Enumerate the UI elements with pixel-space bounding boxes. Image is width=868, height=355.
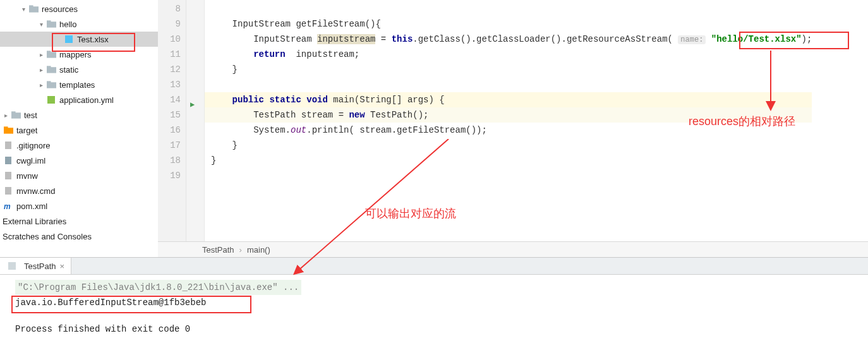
file-icon — [3, 171, 14, 180]
line-gutter[interactable]: 8 9 10 11 12 13 14 15 16 17 18 19 — [158, 0, 186, 241]
code-text: } — [211, 64, 238, 75]
code-line[interactable]: InputStream getFileStream(){ — [205, 16, 812, 32]
code-line[interactable]: return inputstream; — [205, 47, 812, 62]
tree-item-mvnw-cmd[interactable]: mvnw.cmd — [0, 183, 158, 198]
tree-label: resources — [42, 4, 78, 14]
line-number[interactable]: 11 — [158, 47, 186, 62]
code-text: TestPath stream = — [211, 110, 349, 120]
close-tab-icon[interactable]: × — [60, 262, 65, 271]
code-line[interactable]: TestPath stream = new TestPath(); — [205, 107, 812, 123]
tree-item-test[interactable]: ▸ test — [0, 107, 158, 123]
string-literal: "hello/Test.xlsx" — [711, 34, 802, 44]
svg-rect-3 — [47, 20, 51, 23]
code-area[interactable]: 8 9 10 11 12 13 14 15 16 17 18 19 ▶ — [158, 0, 868, 241]
file-icon — [3, 141, 14, 150]
tree-item-test-xlsx[interactable]: ▸ Test.xlsx — [0, 32, 158, 47]
run-tab[interactable]: TestPath × — [0, 258, 71, 274]
folder-icon — [28, 5, 39, 13]
line-number[interactable]: 16 — [158, 123, 186, 138]
line-number[interactable]: 17 — [158, 138, 186, 153]
code-text: System. — [211, 125, 291, 135]
tree-label: hello — [59, 20, 76, 29]
tree-item-gitignore[interactable]: .gitignore — [0, 138, 158, 153]
run-output[interactable]: "C:\Program Files\Java\jdk1.8.0_221\bin\… — [0, 275, 868, 340]
chevron-right-icon[interactable]: ▸ — [37, 66, 45, 73]
tree-item-external-libraries[interactable]: External Libraries — [0, 214, 158, 229]
target-folder-icon — [3, 126, 14, 134]
folder-icon — [45, 20, 57, 28]
code-text: } — [211, 155, 216, 165]
tree-label: mappers — [59, 50, 92, 59]
xlsx-file-icon — [63, 35, 75, 44]
code-line[interactable] — [205, 77, 812, 92]
code-text — [706, 34, 711, 44]
tree-label: cwgl.iml — [16, 156, 45, 165]
tree-label: mvnw — [16, 171, 38, 181]
code-line[interactable]: InputStream inputstream = this.getClass(… — [205, 32, 812, 47]
line-number[interactable]: 13 — [158, 77, 186, 92]
iml-file-icon — [3, 156, 14, 165]
tree-item-cwgl-iml[interactable]: cwgl.iml — [0, 153, 158, 168]
tree-item-templates[interactable]: ▸ templates — [0, 77, 158, 92]
code-line[interactable] — [205, 1, 812, 16]
tree-item-mvnw[interactable]: mvnw — [0, 168, 158, 183]
code-text: void — [306, 95, 328, 105]
tree-label: Scratches and Consoles — [3, 232, 92, 241]
spacer: ▸ — [37, 97, 45, 104]
code-line[interactable]: } — [205, 153, 812, 168]
code-line[interactable]: public static void main(String[] args) { — [205, 92, 812, 107]
tree-item-resources[interactable]: ▾ resources — [0, 1, 158, 16]
svg-rect-4 — [65, 35, 73, 43]
svg-rect-1 — [29, 5, 33, 8]
run-tabs: TestPath × — [0, 258, 868, 275]
code-text: this — [392, 34, 413, 44]
code-text: .getClass().getClassLoader().getResource… — [413, 34, 678, 44]
output-line: java.io.BufferedInputStream@1fb3ebeb — [15, 298, 206, 308]
code-text: inputstream — [317, 34, 375, 44]
line-number[interactable]: 12 — [158, 62, 186, 77]
spacer: ▸ — [54, 36, 63, 43]
code-line[interactable]: } — [205, 62, 812, 77]
tree-label: target — [16, 126, 37, 135]
run-main-icon[interactable]: ▶ — [190, 100, 195, 109]
code-line[interactable] — [205, 168, 812, 183]
chevron-down-icon[interactable]: ▾ — [37, 21, 45, 28]
param-hint: name: — [678, 35, 706, 44]
line-number[interactable]: 18 — [158, 153, 186, 168]
line-number[interactable]: 14 — [158, 92, 186, 107]
code-content[interactable]: InputStream getFileStream(){ InputStream… — [205, 0, 812, 241]
code-editor: 8 9 10 11 12 13 14 15 16 17 18 19 ▶ — [158, 0, 868, 257]
line-number[interactable]: 8 — [158, 1, 186, 16]
line-number[interactable]: 9 — [158, 16, 186, 32]
chevron-right-icon[interactable]: ▸ — [37, 51, 45, 58]
svg-rect-16 — [5, 141, 11, 149]
svg-rect-6 — [47, 51, 51, 53]
folder-icon — [45, 51, 57, 58]
chevron-down-icon[interactable]: ▾ — [19, 6, 28, 13]
line-number[interactable]: 15 — [158, 107, 186, 123]
tree-item-application-yml[interactable]: ▸ application.yml — [0, 92, 158, 107]
code-text — [211, 95, 232, 105]
line-number[interactable]: 19 — [158, 168, 186, 183]
svg-rect-15 — [4, 126, 8, 129]
tree-label: templates — [59, 80, 95, 90]
tree-item-pom-xml[interactable]: m pom.xml — [0, 198, 158, 214]
code-line[interactable]: System.out.println( stream.getFileStream… — [205, 123, 812, 138]
code-line[interactable]: } — [205, 138, 812, 153]
maven-file-icon: m — [3, 202, 14, 210]
line-number[interactable]: 10 — [158, 32, 186, 47]
tree-label: External Libraries — [3, 217, 66, 226]
breadcrumb-item[interactable]: main() — [247, 245, 270, 255]
tree-item-scratches[interactable]: Scratches and Consoles — [0, 229, 158, 244]
breadcrumb[interactable]: TestPath › main() — [158, 241, 868, 257]
tree-item-mappers[interactable]: ▸ mappers — [0, 47, 158, 62]
svg-rect-8 — [47, 66, 51, 68]
code-text — [211, 49, 253, 59]
tree-item-static[interactable]: ▸ static — [0, 62, 158, 77]
tree-item-hello[interactable]: ▾ hello — [0, 16, 158, 32]
breadcrumb-item[interactable]: TestPath — [202, 245, 234, 255]
chevron-right-icon[interactable]: ▸ — [37, 81, 45, 88]
chevron-right-icon[interactable]: ▸ — [1, 112, 10, 119]
project-tree[interactable]: ▾ resources ▾ hello ▸ Test.xlsx — [0, 0, 158, 257]
tree-item-target[interactable]: target — [0, 123, 158, 138]
